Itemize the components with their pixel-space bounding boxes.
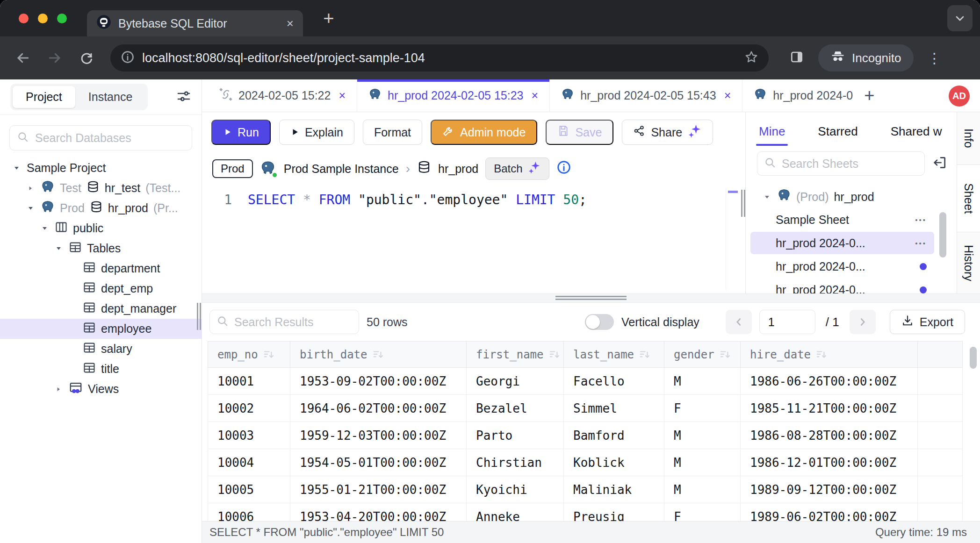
- explain-button[interactable]: Explain: [279, 120, 354, 145]
- filter-settings-icon[interactable]: [176, 89, 191, 106]
- column-header-emp_no[interactable]: emp_no: [208, 342, 290, 368]
- tree-item-title[interactable]: title: [0, 359, 202, 379]
- environment-chip[interactable]: Prod: [212, 159, 253, 178]
- browser-menu-icon[interactable]: ⋮: [928, 50, 942, 66]
- column-header-hire_date[interactable]: hire_date: [741, 342, 918, 368]
- more-icon[interactable]: •••: [915, 216, 927, 224]
- chevron-down-icon[interactable]: [53, 245, 64, 252]
- table-cell[interactable]: 1989-09-12T00:00:00Z: [741, 476, 918, 503]
- tab-search-button[interactable]: [947, 5, 973, 31]
- table-cell[interactable]: Facello: [564, 368, 664, 395]
- chevron-right-icon[interactable]: [25, 185, 36, 192]
- batch-button[interactable]: Batch: [485, 157, 549, 180]
- column-header-gender[interactable]: gender: [664, 342, 741, 368]
- browser-tab[interactable]: Bytebase SQL Editor ×: [87, 10, 303, 36]
- table-cell[interactable]: Chirstian: [467, 449, 564, 476]
- chevron-down-icon[interactable]: [25, 205, 36, 212]
- sheet-item[interactable]: hr_prod 2024-0...: [750, 279, 934, 293]
- tab-starred[interactable]: Starred: [818, 124, 858, 146]
- tree-item-sample-project[interactable]: Sample Project: [0, 158, 202, 178]
- panel-resize-handle[interactable]: [741, 190, 745, 217]
- side-panel-icon[interactable]: [789, 50, 804, 66]
- sql-editor[interactable]: 1 SELECT * FROM "public"."employee" LIMI…: [202, 185, 745, 293]
- tab-mine[interactable]: Mine: [759, 124, 785, 146]
- admin-mode-button[interactable]: Admin mode: [431, 120, 537, 145]
- table-cell[interactable]: 10003: [208, 422, 290, 449]
- editor-tab-4[interactable]: hr_prod 2024-0: [742, 79, 858, 112]
- more-icon[interactable]: •••: [915, 239, 927, 247]
- instance-name[interactable]: Prod Sample Instance: [284, 162, 399, 176]
- tree-item-hr-prod[interactable]: Prodhr_prod(Pr...: [0, 198, 202, 218]
- table-cell[interactable]: 1954-05-01T00:00:00Z: [290, 449, 467, 476]
- tree-item-hr-test[interactable]: Testhr_test(Test...: [0, 178, 202, 198]
- forward-icon[interactable]: [44, 50, 65, 65]
- table-cell[interactable]: 1986-08-28T00:00:00Z: [741, 422, 918, 449]
- tree-item-views[interactable]: Views: [0, 379, 202, 399]
- table-cell[interactable]: M: [664, 422, 741, 449]
- tree-item-public[interactable]: public: [0, 218, 202, 238]
- address-bar[interactable]: localhost:8080/sql-editor/sheet/project-…: [110, 44, 769, 71]
- chevron-down-icon[interactable]: [39, 225, 50, 232]
- sheet-item[interactable]: hr_prod 2024-0...•••: [750, 232, 934, 254]
- table-cell[interactable]: Anneke: [467, 503, 564, 522]
- table-cell[interactable]: M: [664, 368, 741, 395]
- tab-close-icon[interactable]: ×: [337, 89, 346, 102]
- chevron-right-icon[interactable]: [53, 386, 64, 393]
- table-cell[interactable]: 1964-06-02T00:00:00Z: [290, 395, 467, 422]
- tab-shared[interactable]: Shared w: [891, 124, 942, 146]
- table-cell[interactable]: F: [664, 503, 741, 522]
- table-cell[interactable]: Bezalel: [467, 395, 564, 422]
- ai-sparkles-icon[interactable]: [688, 124, 702, 141]
- table-cell[interactable]: 1959-12-03T00:00:00Z: [290, 422, 467, 449]
- search-databases-input[interactable]: [35, 131, 185, 145]
- editor-minimap[interactable]: [726, 188, 740, 290]
- user-avatar[interactable]: AD: [949, 86, 970, 107]
- table-cell[interactable]: 10002: [208, 395, 290, 422]
- tab-project[interactable]: Project: [13, 86, 75, 108]
- tab-history[interactable]: History: [957, 232, 980, 293]
- info-icon[interactable]: [556, 160, 571, 178]
- database-name[interactable]: hr_prod: [438, 162, 478, 176]
- back-icon[interactable]: [12, 50, 34, 65]
- tree-item-dept-manager[interactable]: dept_manager: [0, 299, 202, 319]
- table-cell[interactable]: Kyoichi: [467, 476, 564, 503]
- sort-icon[interactable]: [714, 348, 731, 361]
- table-cell[interactable]: Georgi: [467, 368, 564, 395]
- table-cell[interactable]: 1986-06-26T00:00:00Z: [741, 368, 918, 395]
- sheet-item[interactable]: hr_prod 2024-0...: [750, 255, 934, 278]
- table-cell[interactable]: Maliniak: [564, 476, 664, 503]
- bookmark-star-icon[interactable]: [744, 50, 758, 66]
- results-divider[interactable]: [202, 293, 980, 303]
- search-sheets-input[interactable]: [782, 157, 918, 171]
- sidebar-resize-handle[interactable]: [197, 303, 201, 330]
- new-browser-tab-button[interactable]: +: [317, 7, 340, 30]
- zoom-window-button[interactable]: [57, 14, 67, 23]
- editor-tab-1[interactable]: 2024-02-05 15:22×: [208, 79, 357, 112]
- new-sheet-button[interactable]: +: [858, 86, 881, 106]
- divider-grip[interactable]: [555, 296, 627, 300]
- reload-icon[interactable]: [76, 51, 97, 65]
- editor-tab-3[interactable]: hr_prod 2024-02-05 15:43×: [550, 79, 742, 112]
- table-cell[interactable]: 1989-06-02T00:00:00Z: [741, 503, 918, 522]
- table-cell[interactable]: 10006: [208, 503, 290, 522]
- collapse-panel-icon[interactable]: [932, 155, 947, 172]
- search-results-input[interactable]: [234, 315, 352, 329]
- chevron-down-icon[interactable]: [11, 164, 22, 171]
- format-button[interactable]: Format: [363, 120, 422, 145]
- close-window-button[interactable]: [19, 14, 29, 23]
- table-cell[interactable]: Koblick: [564, 449, 664, 476]
- page-input[interactable]: [759, 310, 815, 334]
- table-cell[interactable]: Parto: [467, 422, 564, 449]
- share-button[interactable]: Share: [622, 120, 713, 145]
- tab-sheet[interactable]: Sheet: [957, 165, 980, 232]
- vertical-display-toggle[interactable]: [585, 314, 614, 330]
- sheet-item[interactable]: Sample Sheet•••: [750, 208, 934, 231]
- table-cell[interactable]: Bamford: [564, 422, 664, 449]
- table-cell[interactable]: F: [664, 395, 741, 422]
- save-button[interactable]: Save: [546, 120, 613, 145]
- tree-item-salary[interactable]: salary: [0, 339, 202, 359]
- sort-icon[interactable]: [811, 348, 828, 361]
- tab-info[interactable]: Info: [957, 112, 980, 165]
- column-header-birth_date[interactable]: birth_date: [290, 342, 467, 368]
- table-cell[interactable]: 1953-09-02T00:00:00Z: [290, 368, 467, 395]
